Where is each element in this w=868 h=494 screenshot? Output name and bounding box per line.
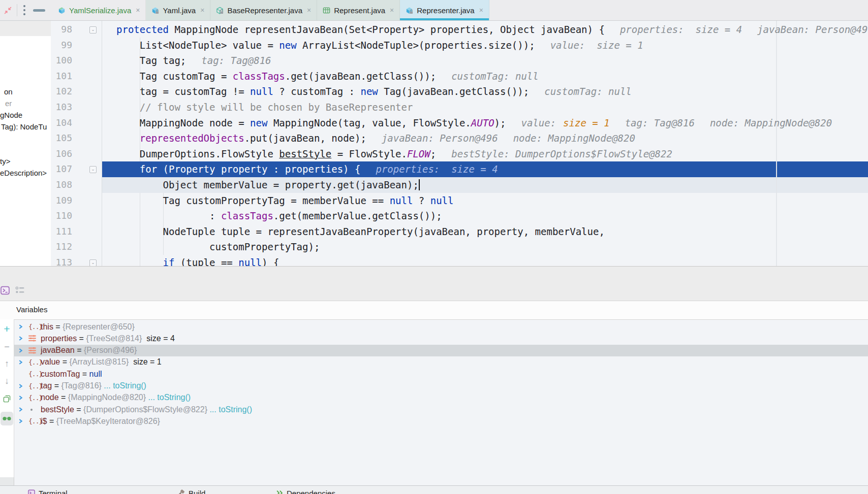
variable-row[interactable]: {..}node = {MappingNode@820} ... toStrin…: [14, 392, 868, 404]
code-line[interactable]: Tag customPropertyTag = memberValue == n…: [102, 193, 868, 209]
editor-tab[interactable]: BaseRepresenter.java×: [210, 0, 317, 20]
duplicate-button[interactable]: [0, 393, 14, 405]
minimize-icon[interactable]: [33, 9, 46, 12]
line-number[interactable]: 113: [51, 255, 72, 266]
inlay-hint[interactable]: tag: Tag@816: [201, 55, 271, 66]
fold-marker-icon[interactable]: ⌄: [89, 259, 97, 266]
code-line[interactable]: Object memberValue = property.get(javaBe…: [102, 177, 868, 193]
line-number[interactable]: 110: [51, 208, 72, 224]
variable-row[interactable]: javaBean = {Person@496}: [14, 345, 868, 356]
structure-item[interactable]: gNode: [0, 111, 22, 119]
add-watch-button[interactable]: +: [0, 323, 14, 336]
chevron-expand-icon[interactable]: [14, 336, 28, 341]
line-number[interactable]: 106: [51, 146, 72, 162]
move-up-button[interactable]: ↑: [0, 358, 14, 370]
inlay-hint[interactable]: customTag: null: [451, 71, 539, 82]
variable-row[interactable]: {..}i$ = {TreeMap$KeyIterator@826}: [14, 415, 868, 427]
watch-glasses-button[interactable]: [0, 414, 14, 426]
inlay-hint[interactable]: javaBean: Person@496: [757, 24, 868, 35]
chevron-expand-icon[interactable]: [14, 419, 28, 423]
line-number[interactable]: 103: [51, 100, 72, 115]
editor-gutter[interactable]: 98⌄99100101102103104105106107⌄1081091101…: [51, 21, 102, 266]
editor-tab[interactable]: Yaml.java×: [146, 0, 210, 20]
code-line[interactable]: representedObjects.put(javaBean, node);j…: [102, 130, 868, 146]
variable-row[interactable]: {..}tag = {Tag@816} ... toString(): [14, 380, 868, 392]
collapse-icon[interactable]: [4, 6, 12, 15]
fold-marker-icon[interactable]: ⌄: [89, 26, 97, 34]
inlay-hint[interactable]: value:: [521, 117, 556, 128]
code-line[interactable]: List<NodeTuple> value = new ArrayList<No…: [102, 38, 868, 53]
chevron-expand-icon[interactable]: [14, 348, 28, 353]
kebab-menu-icon[interactable]: [23, 5, 26, 16]
code-line[interactable]: for (Property property : properties) {pr…: [102, 161, 868, 177]
remove-watch-button[interactable]: −: [0, 341, 14, 353]
editor-tab[interactable]: Representer.java×: [400, 0, 489, 20]
code-line[interactable]: // flow style will be chosen by BaseRepr…: [102, 100, 868, 115]
structure-item[interactable]: ty>: [0, 157, 10, 166]
variable-row[interactable]: {..}customTag = null: [14, 368, 868, 380]
tab-close-icon[interactable]: ×: [307, 6, 311, 14]
tool-window-button-terminal[interactable]: Terminal: [28, 487, 68, 494]
code-area[interactable]: protected MappingNode representJavaBean(…: [102, 21, 868, 266]
line-number[interactable]: 98: [51, 22, 72, 38]
inlay-hint[interactable]: node: MappingNode@820: [513, 133, 635, 144]
debug-console-icon[interactable]: [1, 286, 10, 295]
structure-item[interactable]: er: [5, 99, 12, 108]
code-line[interactable]: protected MappingNode representJavaBean(…: [102, 22, 868, 38]
code-line[interactable]: : classTags.get(memberValue.getClass());: [102, 208, 868, 224]
line-number[interactable]: 101: [51, 69, 72, 84]
line-number[interactable]: 105: [51, 130, 72, 146]
tostring-link[interactable]: ... toString(): [146, 393, 191, 402]
line-number[interactable]: 100: [51, 53, 72, 69]
inlay-hint[interactable]: tag: Tag@816: [625, 117, 695, 128]
inlay-hint[interactable]: bestStyle: DumperOptions$FlowStyle@822: [451, 148, 672, 159]
variable-row[interactable]: bestStyle = {DumperOptions$FlowStyle@822…: [14, 404, 868, 415]
code-line[interactable]: MappingNode node = new MappingNode(tag, …: [102, 115, 868, 131]
line-number[interactable]: 108: [51, 177, 72, 193]
chevron-expand-icon[interactable]: [14, 407, 28, 412]
variable-row[interactable]: properties = {TreeSet@814} size = 4: [14, 333, 868, 344]
inlay-hint[interactable]: value: size = 1: [550, 40, 643, 51]
inlay-hint[interactable]: customTag: null: [544, 86, 632, 97]
move-down-button[interactable]: ↓: [0, 375, 14, 387]
line-number[interactable]: 102: [51, 84, 72, 100]
code-line[interactable]: Tag tag;tag: Tag@816: [102, 53, 868, 69]
line-number[interactable]: 109: [51, 193, 72, 209]
tab-close-icon[interactable]: ×: [136, 6, 140, 14]
chevron-expand-icon[interactable]: [14, 360, 28, 365]
variable-row[interactable]: {..}value = {ArrayList@815} size = 1: [14, 356, 868, 368]
structure-item[interactable]: Tag): NodeTu: [1, 122, 47, 131]
code-line[interactable]: if (tuple == null) {: [102, 255, 868, 266]
line-number[interactable]: 112: [51, 239, 72, 255]
frames-list-icon[interactable]: [15, 286, 25, 294]
line-number[interactable]: 111: [51, 224, 72, 240]
line-number[interactable]: 104: [51, 115, 72, 131]
code-line[interactable]: DumperOptions.FlowStyle bestStyle = Flow…: [102, 146, 868, 162]
editor-tab[interactable]: Represent.java×: [317, 0, 400, 20]
code-line[interactable]: Tag customTag = classTags.get(javaBean.g…: [102, 69, 868, 84]
line-number[interactable]: 99: [51, 38, 72, 53]
structure-item[interactable]: on: [4, 87, 13, 96]
structure-item[interactable]: eDescription>: [0, 169, 47, 177]
fold-marker-icon[interactable]: ⌄: [89, 166, 97, 173]
tab-close-icon[interactable]: ×: [200, 6, 204, 14]
tool-window-button-dependencies[interactable]: Dependencies: [276, 487, 335, 494]
inlay-hint[interactable]: javaBean: Person@496: [382, 133, 498, 144]
code-line[interactable]: tag = customTag != null ? customTag : ne…: [102, 84, 868, 100]
code-line[interactable]: customPropertyTag);: [102, 239, 868, 255]
inlay-hint[interactable]: node: MappingNode@820: [710, 117, 832, 128]
variable-row[interactable]: {..}this = {Representer@650}: [14, 321, 868, 333]
editor-tab[interactable]: YamlSerialize.java×: [52, 0, 146, 20]
code-editor[interactable]: 98⌄99100101102103104105106107⌄1081091101…: [51, 21, 868, 266]
tool-window-button-build[interactable]: Build: [178, 487, 205, 494]
line-number[interactable]: 107: [51, 161, 72, 177]
chevron-expand-icon[interactable]: [14, 384, 28, 388]
tab-close-icon[interactable]: ×: [390, 6, 394, 14]
inlay-hint[interactable]: properties: size = 4: [376, 163, 498, 175]
tab-close-icon[interactable]: ×: [479, 6, 483, 14]
tostring-link[interactable]: ... toString(): [207, 405, 252, 414]
chevron-expand-icon[interactable]: [14, 396, 28, 400]
code-line[interactable]: NodeTuple tuple = representJavaBeanPrope…: [102, 224, 868, 240]
inlay-hint[interactable]: properties: size = 4: [620, 24, 742, 35]
tostring-link[interactable]: ... toString(): [102, 381, 146, 390]
